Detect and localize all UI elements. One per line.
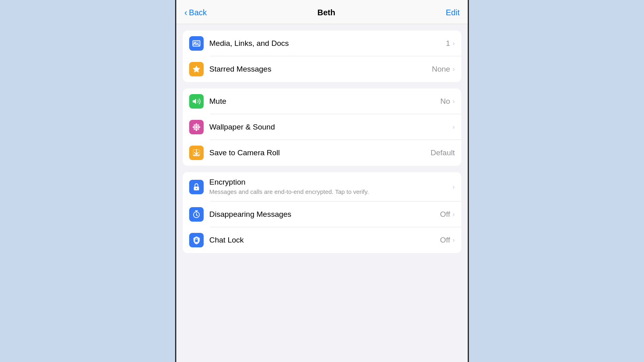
timer-icon <box>192 210 201 219</box>
starred-messages-value: None › <box>432 65 455 74</box>
svg-point-7 <box>198 126 200 128</box>
chat-lock-icon <box>189 233 204 247</box>
save-camera-roll-row[interactable]: Save to Camera Roll Default <box>183 140 461 166</box>
photo-icon <box>192 39 201 48</box>
flower-icon <box>192 123 201 132</box>
svg-point-3 <box>195 126 198 128</box>
disappearing-messages-chevron: › <box>452 210 455 218</box>
encryption-row[interactable]: Encryption Messages and calls are end-to… <box>183 172 461 202</box>
svg-point-6 <box>192 126 195 128</box>
mute-chevron: › <box>452 97 455 105</box>
mute-label: Mute <box>209 97 440 106</box>
starred-messages-label: Starred Messages <box>209 65 432 74</box>
group-security: Encryption Messages and calls are end-to… <box>183 172 461 253</box>
nav-bar: ‹ Back Beth Edit <box>176 0 468 24</box>
encryption-label-wrap: Encryption Messages and calls are end-to… <box>209 178 452 196</box>
disappearing-messages-row[interactable]: Disappearing Messages Off › <box>183 202 461 227</box>
left-background <box>0 0 175 362</box>
wallpaper-sound-label: Wallpaper & Sound <box>209 123 452 132</box>
back-button[interactable]: ‹ Back <box>184 8 207 17</box>
starred-messages-icon <box>189 62 204 76</box>
media-links-row[interactable]: Media, Links, and Docs 1 › <box>183 31 461 56</box>
encryption-value: › <box>452 183 455 191</box>
back-chevron-icon: ‹ <box>184 8 187 17</box>
chat-lock-chevron: › <box>452 236 455 244</box>
group-settings: Mute No › <box>183 88 461 166</box>
svg-point-4 <box>196 123 198 125</box>
encryption-label: Encryption <box>209 178 452 187</box>
group-media: Media, Links, and Docs 1 › Starred Messa… <box>183 31 461 82</box>
speaker-icon <box>192 97 201 106</box>
disappearing-messages-status: Off <box>440 210 450 219</box>
svg-point-5 <box>196 128 198 131</box>
encryption-chevron: › <box>452 183 455 191</box>
lock-icon <box>192 183 201 191</box>
media-links-label: Media, Links, and Docs <box>209 39 446 48</box>
mute-icon <box>189 94 204 109</box>
phone-frame: ‹ Back Beth Edit Media, Links, and Docs <box>175 0 469 362</box>
save-camera-roll-label: Save to Camera Roll <box>209 148 431 157</box>
chat-lock-value: Off › <box>440 236 455 245</box>
svg-point-15 <box>196 188 197 189</box>
media-links-count: 1 <box>446 39 450 48</box>
disappearing-messages-value: Off › <box>440 210 455 219</box>
media-links-icon <box>189 36 204 51</box>
mute-row[interactable]: Mute No › <box>183 88 461 114</box>
wallpaper-sound-value: › <box>452 123 455 131</box>
save-camera-roll-status: Default <box>431 148 455 157</box>
wallpaper-icon <box>189 120 204 134</box>
lock-shield-icon <box>192 236 201 245</box>
encryption-sublabel: Messages and calls are end-to-end encryp… <box>209 187 452 196</box>
edit-button[interactable]: Edit <box>446 8 460 17</box>
mute-status: No <box>440 97 450 106</box>
chat-lock-status: Off <box>440 236 450 245</box>
media-links-chevron: › <box>452 39 455 47</box>
starred-messages-count: None <box>432 65 450 74</box>
media-links-value: 1 › <box>446 39 455 48</box>
nav-title: Beth <box>317 8 335 17</box>
starred-messages-chevron: › <box>452 65 455 73</box>
chat-lock-row[interactable]: Chat Lock Off › <box>183 227 461 253</box>
mute-value: No › <box>440 97 455 106</box>
right-background <box>469 0 644 362</box>
chat-lock-label: Chat Lock <box>209 236 440 245</box>
starred-messages-row[interactable]: Starred Messages None › <box>183 56 461 82</box>
disappearing-messages-label: Disappearing Messages <box>209 210 440 219</box>
scroll-content: Media, Links, and Docs 1 › Starred Messa… <box>176 24 468 362</box>
svg-rect-12 <box>193 155 200 156</box>
download-icon <box>192 148 201 157</box>
wallpaper-sound-row[interactable]: Wallpaper & Sound › <box>183 114 461 140</box>
disappearing-messages-icon <box>189 207 204 222</box>
encryption-icon <box>189 180 204 194</box>
star-icon <box>192 65 201 74</box>
wallpaper-sound-chevron: › <box>452 123 455 131</box>
back-label: Back <box>189 8 206 17</box>
save-camera-icon <box>189 146 204 160</box>
save-camera-roll-value: Default <box>431 148 455 157</box>
svg-rect-17 <box>195 240 198 242</box>
